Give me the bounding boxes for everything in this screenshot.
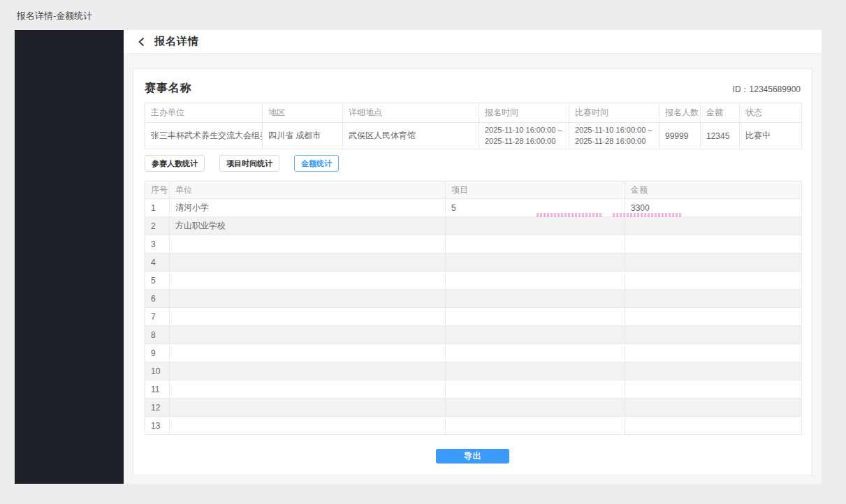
table-row: 9 — [145, 344, 802, 362]
cell-unit — [170, 344, 446, 362]
cell-unit: 清河小学 — [170, 199, 446, 217]
cell-unit — [170, 253, 446, 272]
cell-project — [446, 326, 625, 344]
cell-amount — [625, 290, 802, 308]
sidebar — [15, 30, 124, 484]
cell-no: 3 — [145, 235, 170, 253]
table-row: 2方山职业学校 — [145, 217, 802, 235]
cell-unit — [170, 272, 446, 290]
export-button[interactable]: 导出 — [436, 449, 509, 464]
cell-project — [446, 417, 625, 435]
cell-no: 2 — [145, 217, 170, 235]
export-row: 导出 — [145, 449, 801, 464]
event-name-title: 赛事名称 — [145, 81, 192, 96]
cell-project — [446, 235, 625, 253]
tab-amount-stats[interactable]: 金额统计 — [294, 155, 339, 172]
cell-amount — [625, 308, 802, 326]
cell-unit — [170, 308, 446, 326]
col-signup-count: 报名人数 — [659, 103, 701, 123]
table-row: 10 — [145, 362, 802, 380]
col-money: 金额 — [625, 181, 802, 199]
table-row: 1清河小学53300 — [145, 199, 802, 217]
topbar: 报名详情 — [124, 30, 822, 54]
table-row: 5 — [145, 272, 802, 290]
page-label: 报名详情-金额统计 — [17, 10, 92, 22]
cell-no: 11 — [145, 380, 170, 399]
table-row: 7 — [145, 308, 802, 326]
back-button[interactable] — [136, 36, 147, 47]
cell-no: 7 — [145, 308, 170, 326]
table-row: 6 — [145, 290, 802, 308]
table-row: 4 — [145, 253, 802, 272]
col-project: 项目 — [446, 181, 625, 199]
col-address: 详细地点 — [343, 103, 479, 123]
cell-no: 9 — [145, 344, 170, 362]
cell-no: 4 — [145, 253, 170, 272]
cell-amount — [625, 217, 802, 235]
signup-time-value: 2025-11-10 16:00:00 – 2025-11-28 16:00:0… — [479, 123, 569, 149]
signup-count-value: 99999 — [659, 123, 701, 149]
main-area: 报名详情 赛事名称 ID：12345689900 主办单位 地区 — [124, 30, 822, 484]
amount-stats-table: 序号 单位 项目 金额 1清河小学533002方山职业学校34567891011… — [145, 181, 802, 435]
match-time-value: 2025-11-10 16:00:00 – 2025-11-28 16:00:0… — [569, 123, 659, 149]
event-detail-card: 赛事名称 ID：12345689900 主办单位 地区 详细地点 报名时间 比 — [133, 68, 812, 475]
cell-project — [446, 362, 625, 380]
cell-no: 12 — [145, 399, 170, 417]
col-amount: 金额 — [701, 103, 740, 123]
cell-amount — [625, 272, 802, 290]
event-id-value: 12345689900 — [750, 84, 801, 94]
cell-project — [446, 399, 625, 417]
cell-no: 1 — [145, 199, 170, 217]
col-signup-time: 报名时间 — [479, 103, 569, 123]
col-unit: 单位 — [170, 181, 446, 199]
table-row: 11 — [145, 380, 802, 399]
table-row: 13 — [145, 417, 802, 435]
cell-amount — [625, 235, 802, 253]
cell-unit — [170, 290, 446, 308]
cell-unit — [170, 362, 446, 380]
stats-header-row: 序号 单位 项目 金额 — [145, 181, 802, 199]
stat-tabs: 参赛人数统计 项目时间统计 金额统计 — [145, 155, 801, 172]
cell-amount — [625, 362, 802, 380]
event-info-table: 主办单位 地区 详细地点 报名时间 比赛时间 报名人数 金额 状态 张三丰杯武术… — [145, 103, 802, 149]
cell-unit — [170, 417, 446, 435]
col-region: 地区 — [263, 103, 343, 123]
screen: 报名详情-金额统计 报名详情 赛事名称 ID：12345689900 — [0, 0, 846, 504]
event-info-header-row: 主办单位 地区 详细地点 报名时间 比赛时间 报名人数 金额 状态 — [145, 103, 802, 123]
stats-table-body: 1清河小学533002方山职业学校345678910111213 — [145, 199, 802, 435]
back-chevron-icon — [136, 36, 147, 47]
table-row: 3 — [145, 235, 802, 253]
cell-amount — [625, 344, 802, 362]
table-row: 8 — [145, 326, 802, 344]
cell-no: 10 — [145, 362, 170, 380]
cell-unit — [170, 399, 446, 417]
cell-amount — [625, 380, 802, 399]
stats-table-wrapper: 序号 单位 项目 金额 1清河小学533002方山职业学校34567891011… — [145, 181, 801, 435]
event-id: ID：12345689900 — [733, 84, 801, 96]
amount-value: 12345 — [701, 123, 740, 149]
app-frame: 报名详情 赛事名称 ID：12345689900 主办单位 地区 — [15, 30, 822, 484]
card-header: 赛事名称 ID：12345689900 — [145, 79, 801, 96]
tab-project-time-stats[interactable]: 项目时间统计 — [219, 155, 279, 172]
cell-project — [446, 380, 625, 399]
col-organizer: 主办单位 — [145, 103, 263, 123]
region-value: 四川省 成都市 — [263, 123, 343, 149]
cell-amount: 3300 — [625, 199, 802, 217]
event-id-label: ID： — [733, 84, 750, 94]
organizer-value: 张三丰杯武术养生交流大会组委会 — [145, 123, 263, 149]
col-match-time: 比赛时间 — [569, 103, 659, 123]
cell-amount — [625, 253, 802, 272]
cell-amount — [625, 399, 802, 417]
cell-project — [446, 217, 625, 235]
cell-amount — [625, 326, 802, 344]
tab-participant-count-stats[interactable]: 参赛人数统计 — [145, 155, 205, 172]
cell-unit — [170, 235, 446, 253]
cell-unit: 方山职业学校 — [170, 217, 446, 235]
cell-unit — [170, 326, 446, 344]
status-badge: 比赛中 — [740, 123, 802, 149]
page-title: 报名详情 — [154, 35, 199, 48]
event-info-value-row: 张三丰杯武术养生交流大会组委会 四川省 成都市 武侯区人民体育馆 2025-11… — [145, 123, 802, 149]
cell-no: 13 — [145, 417, 170, 435]
cell-no: 6 — [145, 290, 170, 308]
cell-project: 5 — [446, 199, 625, 217]
